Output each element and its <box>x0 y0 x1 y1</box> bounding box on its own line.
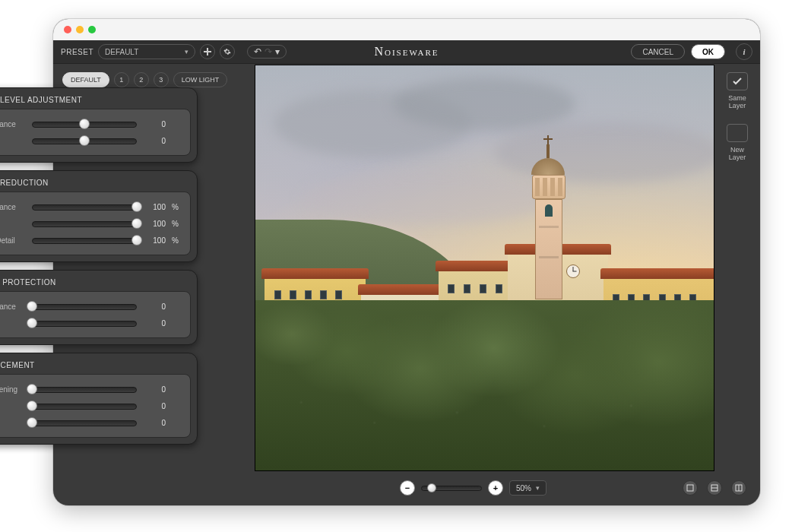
slider-unit: % <box>172 220 181 228</box>
slider[interactable] <box>32 385 137 393</box>
tab-2[interactable]: 2 <box>134 72 149 87</box>
view-mode-buttons <box>678 480 746 496</box>
control-panels: NOISE LEVEL ADJUSTMENT Luminance0Color0 … <box>0 87 198 452</box>
slider[interactable] <box>32 220 137 227</box>
slider[interactable] <box>32 137 137 144</box>
tab-low-light[interactable]: LOW LIGHT <box>173 72 228 87</box>
cancel-button[interactable]: CANCEL <box>631 44 685 59</box>
slider-row: Sharpening0 <box>0 381 181 397</box>
zoom-slider[interactable] <box>421 485 482 491</box>
window-zoom-button[interactable] <box>88 26 96 33</box>
slider-label: Light <box>0 419 26 427</box>
slider-value: 0 <box>143 385 166 394</box>
ok-button[interactable]: OK <box>691 44 725 59</box>
slider[interactable] <box>32 236 137 244</box>
zoom-controls: − + 50% ▾ <box>400 480 546 496</box>
slider-value: 0 <box>143 302 166 311</box>
slider[interactable] <box>32 319 137 327</box>
chevron-down-icon: ▾ <box>536 484 540 492</box>
view-split-v-button[interactable] <box>731 480 746 496</box>
same-layer-toggle[interactable] <box>727 72 748 90</box>
slider-value: 0 <box>143 137 166 145</box>
image-preview[interactable] <box>255 65 714 471</box>
slider-unit: % <box>172 203 181 211</box>
footer: − + 50% ▾ <box>255 477 752 499</box>
panel-detail-protection: DETAIL PROTECTION Luminance0Color0 <box>0 270 198 345</box>
zoom-readout[interactable]: 50% ▾ <box>509 480 546 496</box>
settings-button[interactable] <box>220 44 235 59</box>
slider-label: Color <box>0 319 26 328</box>
slider-row: Luminance0 <box>0 298 181 315</box>
preset-dropdown[interactable]: DEFAULT ▾ <box>98 44 195 59</box>
layer-rail: Same Layer New Layer <box>722 72 752 171</box>
zoom-out-button[interactable]: − <box>400 480 415 496</box>
slider-row: Color0 <box>0 315 181 331</box>
preset-tabs: DEFAULT 1 2 3 LOW LIGHT <box>62 72 227 87</box>
slider-value: 0 <box>143 419 166 427</box>
slider[interactable] <box>32 419 137 426</box>
slider-row: Color100% <box>0 215 181 232</box>
slider-value: 100 <box>143 203 166 211</box>
new-layer-label: New Layer <box>729 147 746 162</box>
slider-label: Luminance <box>0 302 26 311</box>
tab-1[interactable]: 1 <box>114 72 129 87</box>
preset-value: DEFAULT <box>105 48 138 56</box>
slider-value: 0 <box>143 120 166 128</box>
slider-label: Luminance <box>0 203 26 211</box>
slider-row: Luminance100% <box>0 198 181 215</box>
info-button[interactable]: i <box>736 43 752 60</box>
zoom-value: 50% <box>516 484 531 492</box>
undo-icon[interactable]: ↶ <box>254 47 261 56</box>
tab-3[interactable]: 3 <box>154 72 169 87</box>
panel-enhancement: ENHANCEMENT Sharpening0Detail0Light0 <box>0 353 198 445</box>
slider[interactable] <box>32 302 137 310</box>
panel-noise-reduction: NOISE REDUCTION Luminance100%Color100%Fi… <box>0 170 198 262</box>
same-layer-label: Same Layer <box>728 95 746 110</box>
panel-title: NOISE LEVEL ADJUSTMENT <box>0 88 197 109</box>
chevron-down-icon: ▾ <box>185 48 188 55</box>
slider-label: Color <box>0 220 26 228</box>
slider-value: 0 <box>143 319 166 328</box>
history-controls: ↶ ↷ ▾ <box>247 45 287 59</box>
panel-title: DETAIL PROTECTION <box>0 271 197 291</box>
slider-row: Detail0 <box>0 397 181 414</box>
panel-noise-level-adjustment: NOISE LEVEL ADJUSTMENT Luminance0Color0 <box>0 87 198 163</box>
new-layer-toggle[interactable] <box>727 124 748 142</box>
slider-label: Sharpening <box>0 385 26 394</box>
slider-unit: % <box>172 236 181 245</box>
slider-row: Color0 <box>0 132 181 149</box>
slider[interactable] <box>32 203 137 211</box>
slider-row: Light0 <box>0 414 181 431</box>
tab-default[interactable]: DEFAULT <box>62 72 109 87</box>
slider-label: Fine Detail <box>0 236 26 245</box>
preview-foliage <box>255 300 714 470</box>
slider-row: Fine Detail100% <box>0 232 181 249</box>
view-split-h-button[interactable] <box>707 480 722 496</box>
slider[interactable] <box>32 120 137 128</box>
panel-title: NOISE REDUCTION <box>0 171 197 192</box>
slider-label: Luminance <box>0 120 26 128</box>
mac-titlebar <box>53 19 760 40</box>
preview-tower <box>535 138 561 299</box>
toolbar: PRESET DEFAULT ▾ ↶ ↷ ▾ Noiseware CANCEL … <box>53 40 760 64</box>
window-close-button[interactable] <box>64 26 71 33</box>
app-brand: Noiseware <box>374 45 439 59</box>
panel-title: ENHANCEMENT <box>0 353 197 374</box>
zoom-in-button[interactable]: + <box>488 480 503 496</box>
window-minimize-button[interactable] <box>76 26 84 33</box>
slider-label: Color <box>0 137 26 145</box>
history-dropdown-icon[interactable]: ▾ <box>275 47 280 56</box>
slider-row: Luminance0 <box>0 116 181 132</box>
view-single-button[interactable] <box>683 480 698 496</box>
slider-value: 100 <box>143 236 166 245</box>
preset-label: PRESET <box>61 48 93 56</box>
redo-icon[interactable]: ↷ <box>265 47 272 56</box>
add-preset-button[interactable] <box>200 44 215 59</box>
slider[interactable] <box>32 402 137 410</box>
slider-label: Detail <box>0 402 26 410</box>
svg-rect-0 <box>687 485 693 491</box>
slider-value: 100 <box>143 220 166 228</box>
slider-value: 0 <box>143 402 166 410</box>
